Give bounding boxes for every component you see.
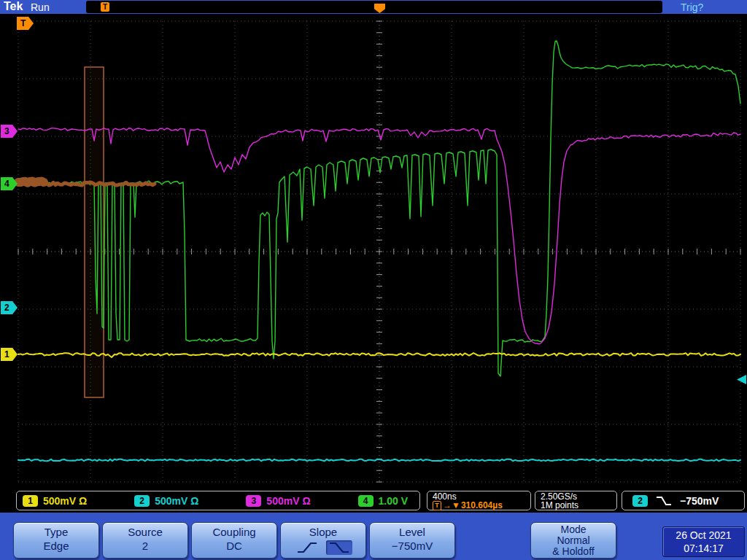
record-length: 1M points xyxy=(541,501,616,510)
top-readout-strip: T xyxy=(86,1,662,13)
bottom-menu: Type Edge Source 2 Coupling DC Slope Lev… xyxy=(0,513,747,560)
source-label: Source xyxy=(103,526,187,538)
slope-label: Slope xyxy=(281,526,365,538)
top-status-bar: Tek Run T Trig? xyxy=(0,0,747,14)
t-icon: T xyxy=(433,501,441,510)
acquisition-status: Run xyxy=(31,1,50,13)
type-button[interactable]: Type Edge xyxy=(13,522,99,559)
rising-slope-icon[interactable] xyxy=(294,540,320,555)
mode-value-1: Normal xyxy=(531,535,616,546)
ch2-trace xyxy=(18,459,740,462)
source-value: 2 xyxy=(103,540,187,552)
ch4-readout: 4 1.00 V xyxy=(358,495,408,507)
level-value: −750mV xyxy=(370,540,454,552)
type-value: Edge xyxy=(14,540,98,552)
ch3-badge: 3 xyxy=(246,495,261,507)
date-value: 26 Oct 2021 xyxy=(663,529,744,542)
trigger-status: Trig? xyxy=(681,1,703,13)
waveform-display: T3421 xyxy=(0,14,747,489)
mode-label: Mode xyxy=(531,524,616,535)
falling-slope-icon[interactable] xyxy=(326,540,352,555)
ch4-badge: 4 xyxy=(358,495,374,507)
ch3-scale: 500mV Ω xyxy=(266,495,310,507)
aux-trace xyxy=(42,182,155,185)
trigger-position-icon[interactable] xyxy=(374,4,385,13)
delay-value: 310.604µs xyxy=(461,501,503,510)
falling-slope-icon xyxy=(655,495,673,507)
trigger-readout: 2 −750mV xyxy=(622,491,745,510)
waveform-canvas xyxy=(0,14,747,489)
ch1-readout: 1 500mV Ω xyxy=(23,495,87,507)
coupling-value: DC xyxy=(192,540,276,552)
tek-logo: Tek xyxy=(4,0,23,13)
ch3-trace xyxy=(18,128,740,344)
ch2-badge: 2 xyxy=(134,495,150,507)
ch3-readout: 3 500mV Ω xyxy=(246,495,310,507)
aux-blob xyxy=(18,182,44,183)
mode-value-2: & Holdoff xyxy=(531,546,616,557)
channel-readouts: 1 500mV Ω 2 500mV Ω 3 500mV Ω 4 1.00 V xyxy=(16,491,420,510)
delay-arrow-icon: →▼ xyxy=(443,501,460,510)
trigger-t-flag-icon[interactable]: T xyxy=(101,2,109,12)
ch2-scale: 500mV Ω xyxy=(155,495,198,507)
ch1-badge: 1 xyxy=(23,495,38,507)
ch2-readout: 2 500mV Ω xyxy=(134,495,198,507)
acquisition-readout: 2.50GS/s 1M points xyxy=(535,491,617,510)
mode-button[interactable]: Mode Normal & Holdoff xyxy=(530,522,616,559)
time-value: 07:14:17 xyxy=(663,542,744,555)
trigger-level: −750mV xyxy=(680,495,719,507)
timebase-readout: 400ns T →▼ 310.604µs xyxy=(427,491,531,510)
ch1-scale: 500mV Ω xyxy=(43,495,87,507)
status-bar: 1 500mV Ω 2 500mV Ω 3 500mV Ω 4 1.00 V 4… xyxy=(0,489,747,513)
datetime-display: 26 Oct 2021 07:14:17 xyxy=(662,526,745,557)
slope-button[interactable]: Slope xyxy=(280,522,366,559)
type-label: Type xyxy=(14,526,98,538)
coupling-label: Coupling xyxy=(192,526,276,538)
trigger-source-badge: 2 xyxy=(632,495,648,507)
level-label: Level xyxy=(370,526,454,538)
ch4-scale: 1.00 V xyxy=(379,495,408,507)
trigger-delay-readout: T →▼ 310.604µs xyxy=(433,501,530,510)
source-button[interactable]: Source 2 xyxy=(102,522,188,559)
coupling-button[interactable]: Coupling DC xyxy=(191,522,277,559)
level-button[interactable]: Level −750mV xyxy=(369,522,455,559)
